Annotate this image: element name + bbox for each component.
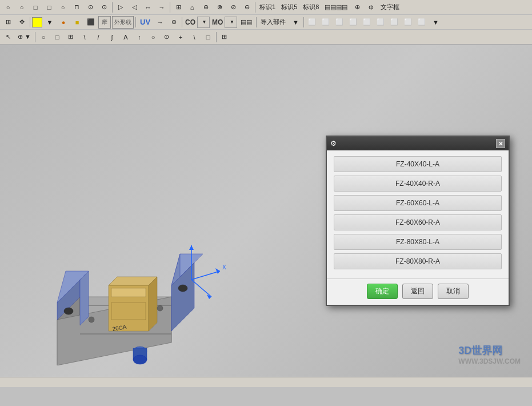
toolbar-btn-textbox[interactable]: 文字框 [378,1,402,14]
model-svg: 20CA X [46,205,263,365]
toolbar-btn-part4[interactable]: ⬜ [347,16,359,29]
toolbar-btn-pattern[interactable]: ▤▤▤▤ [322,1,350,14]
toolbar-row-2: ⊞ ✥ ▼ ● ■ ⬛ 摩 外形线 UV → ⊕ CO MO ▤▤ 导入部件 ▼… [0,15,532,30]
toolbar-btn-draw-circle[interactable]: ○ [147,31,159,43]
toolbar-btn-pointer[interactable]: ↖ [2,31,14,43]
dialog-item-3[interactable]: FZ-60X60-L-A [334,195,502,211]
toolbar-btn-misc3[interactable]: ⊕ [199,1,212,14]
toolbar-mo-dropdown[interactable] [225,17,237,28]
toolbar-btn-rect1[interactable]: □ [29,1,42,14]
toolbar-btn-arrow2[interactable]: ◁ [128,1,141,14]
toolbar-btn-outline[interactable]: 外形线 [112,16,134,29]
toolbar-btn-table[interactable]: ⊞ [218,31,231,43]
toolbar-sep-1 [112,2,113,13]
model-area: 20CA X [46,205,263,367]
main-viewport: 20CA X ⚙ [0,45,532,377]
toolbar-btn-arrows[interactable]: ↔ [142,1,154,14]
toolbar-mo-label: MO [210,18,225,26]
toolbar-btn-uv[interactable]: UV [138,16,153,29]
toolbar-btn-arrow1[interactable]: ▷ [114,1,127,14]
toolbar-btn-shape1[interactable]: ⊓ [70,1,83,14]
svg-marker-12 [80,271,89,325]
toolbar-btn-arrow-right2[interactable]: → [154,16,166,29]
dialog-titlebar: ⚙ ✕ [327,137,509,150]
dialog-confirm-button[interactable]: 确定 [367,284,398,299]
svg-marker-25 [215,268,220,274]
toolbar-btn-draw-diag[interactable]: \ [188,31,201,43]
toolbar-btn-dropdown3[interactable]: ▼ [429,16,442,29]
toolbar-btn-label1[interactable]: 标识1 [257,1,278,14]
toolbar-btn-draw-dot[interactable]: ⊙ [161,31,173,43]
toolbar-btn-part9[interactable]: ⬜ [415,16,428,29]
toolbar-sep-4 [30,17,30,27]
toolbar-btn-misc5[interactable]: ⊘ [227,1,239,14]
color-swatch[interactable] [32,17,42,27]
dialog-item-1[interactable]: FZ-40X40-L-A [334,156,502,172]
toolbar-btn-phi[interactable]: Φ [365,1,377,14]
toolbar-btn-draw3[interactable]: ⊞ [65,31,77,43]
toolbar-co-label: CO [183,18,197,26]
toolbar-btn-misc2[interactable]: ⌂ [186,1,198,14]
toolbar-btn-box3d[interactable]: ⬛ [85,16,97,29]
toolbar-btn-misc4[interactable]: ⊗ [213,1,226,14]
svg-point-20 [133,355,147,364]
toolbar-btn-draw-up[interactable]: ↑ [133,31,146,43]
dialog-back-button[interactable]: 返回 [402,284,433,299]
toolbar-row-3: ↖ ⊕ ▼ ○ □ ⊞ \ / ∫ A ↑ ○ ⊙ + \ □ ⊞ [0,30,532,45]
toolbar-btn-circle4[interactable]: ⊙ [84,1,97,14]
svg-point-16 [64,308,73,315]
toolbar-btn-draw-line[interactable]: \ [78,31,91,43]
toolbar-btn-draw1[interactable]: ○ [37,31,50,43]
toolbar-btn-misc6[interactable]: ⊖ [241,1,253,14]
toolbar-btn-dropdown2[interactable]: ▼ [289,16,302,29]
svg-point-17 [178,285,187,292]
toolbar-btn-misc1[interactable]: ⊞ [172,1,185,14]
toolbar-btn-part5[interactable]: ⬜ [361,16,373,29]
toolbar-sep-8 [303,17,304,27]
toolbar-btn-mo-text[interactable]: 摩 [98,16,111,29]
toolbar-co-dropdown[interactable] [197,17,210,28]
toolbar-btn-right[interactable]: → [155,1,168,14]
svg-point-23 [157,305,163,311]
toolbar-btn-grid[interactable]: ⊞ [2,16,14,29]
toolbar-btn-spray[interactable]: ⊕ [167,16,180,29]
toolbar-sep-2 [170,2,170,13]
toolbar-btn-draw2[interactable]: □ [51,31,63,43]
toolbar-btn-import[interactable]: 导入部件 [258,16,288,29]
dialog-item-6[interactable]: FZ-80X80-R-A [334,253,502,269]
svg-marker-28 [189,245,194,250]
toolbar-btn-rect2[interactable]: □ [43,1,55,14]
dialog-close-button[interactable]: ✕ [496,139,505,148]
toolbar-btn-draw-text[interactable]: A [119,31,132,43]
toolbar-btn-part8[interactable]: ⬜ [402,16,414,29]
toolbar-btn-draw-plus[interactable]: + [174,31,187,43]
toolbar-btn-circle1[interactable]: ○ [2,1,14,14]
toolbar-sep-7 [256,17,257,27]
toolbar-btn-circle3[interactable]: ○ [57,1,69,14]
toolbar-btn-label5[interactable]: 标识5 [279,1,299,14]
toolbar-btn-draw-curve[interactable]: / [92,31,105,43]
toolbar-btn-label8[interactable]: 标识8 [301,1,321,14]
toolbar-btn-draw-arc[interactable]: ∫ [106,31,118,43]
toolbar-btn-orange-sphere[interactable]: ● [57,16,70,29]
toolbar-btn-zoom-dropdown[interactable]: ⊕ ▼ [15,31,33,43]
toolbar-btn-circle2[interactable]: ○ [15,1,28,14]
toolbar-btn-dropdown1[interactable]: ▼ [43,16,56,29]
toolbar-btn-part1[interactable]: ⬜ [306,16,318,29]
toolbar-btn-snap[interactable]: ✥ [15,16,28,29]
toolbar-btn-part2[interactable]: ⬜ [319,16,332,29]
toolbar-btn-part6[interactable]: ⬜ [374,16,387,29]
toolbar-btn-part3[interactable]: ⬜ [333,16,346,29]
dialog-item-5[interactable]: FZ-80X80-L-A [334,234,502,250]
toolbar-btn-circle5[interactable]: ⊙ [98,1,110,14]
toolbar-btn-plus-circle[interactable]: ⊕ [351,1,363,14]
toolbar-btn-part7[interactable]: ⬜ [388,16,401,29]
svg-marker-7 [149,277,157,331]
toolbar-btn-yellow-box[interactable]: ■ [71,16,83,29]
toolbar-btn-stripes[interactable]: ▤▤ [238,16,254,29]
svg-rect-8 [111,288,146,297]
dialog-item-2[interactable]: FZ-40X40-R-A [334,176,502,192]
dialog-item-4[interactable]: FZ-60X60-R-A [334,214,502,230]
toolbar-btn-draw-rect2[interactable]: □ [202,31,214,43]
dialog-cancel-button[interactable]: 取消 [438,284,469,299]
